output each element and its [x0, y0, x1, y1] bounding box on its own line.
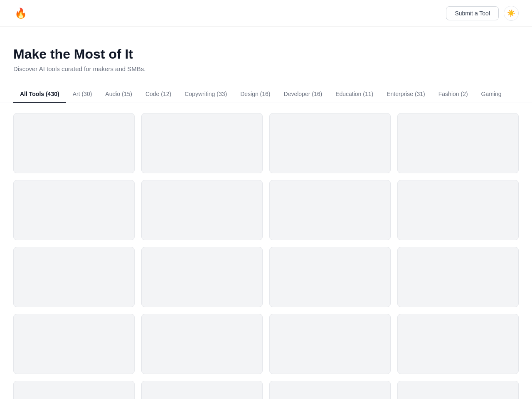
tools-grid	[0, 103, 532, 399]
tab-developer[interactable]: Developer (16)	[277, 86, 329, 103]
header: 🔥 Submit a Tool ☀️	[0, 0, 532, 27]
tool-card-skeleton[interactable]	[13, 381, 135, 399]
tool-card-skeleton[interactable]	[397, 180, 519, 240]
tab-copywriting[interactable]: Copywriting (33)	[178, 86, 234, 103]
theme-toggle-button[interactable]: ☀️	[504, 6, 519, 21]
tab-art[interactable]: Art (30)	[66, 86, 99, 103]
tool-card-skeleton[interactable]	[269, 247, 391, 307]
tool-card-skeleton[interactable]	[13, 113, 135, 173]
tool-card-skeleton[interactable]	[269, 113, 391, 173]
tool-card-skeleton[interactable]	[13, 180, 135, 240]
tool-card-skeleton[interactable]	[269, 180, 391, 240]
tool-card-skeleton[interactable]	[141, 314, 263, 374]
tab-design[interactable]: Design (16)	[234, 86, 277, 103]
tab-enterprise[interactable]: Enterprise (31)	[380, 86, 432, 103]
tool-card-skeleton[interactable]	[141, 113, 263, 173]
tab-code[interactable]: Code (12)	[139, 86, 178, 103]
logo[interactable]: 🔥	[13, 6, 28, 21]
page-title: Make the Most of It	[13, 47, 519, 62]
tab-gaming[interactable]: Gaming	[475, 86, 508, 103]
tab-audio[interactable]: Audio (15)	[99, 86, 139, 103]
tool-card-skeleton[interactable]	[13, 247, 135, 307]
tool-card-skeleton[interactable]	[397, 247, 519, 307]
tab-education[interactable]: Education (11)	[329, 86, 380, 103]
tool-card-skeleton[interactable]	[269, 314, 391, 374]
submit-tool-button[interactable]: Submit a Tool	[446, 6, 499, 20]
tool-card-skeleton[interactable]	[397, 314, 519, 374]
tool-card-skeleton[interactable]	[141, 180, 263, 240]
tool-card-skeleton[interactable]	[269, 381, 391, 399]
header-right: Submit a Tool ☀️	[446, 6, 519, 21]
tool-card-skeleton[interactable]	[397, 113, 519, 173]
tool-card-skeleton[interactable]	[397, 381, 519, 399]
tool-card-skeleton[interactable]	[13, 314, 135, 374]
logo-icon: 🔥	[15, 7, 27, 19]
hero-section: Make the Most of It Discover AI tools cu…	[0, 27, 532, 86]
page-subtitle: Discover AI tools curated for makers and…	[13, 65, 519, 72]
tab-fashion[interactable]: Fashion (2)	[432, 86, 475, 103]
category-nav: All Tools (430)Art (30)Audio (15)Code (1…	[0, 86, 532, 103]
tool-card-skeleton[interactable]	[141, 247, 263, 307]
tab-all[interactable]: All Tools (430)	[13, 86, 66, 103]
sun-icon: ☀️	[507, 9, 515, 17]
tool-card-skeleton[interactable]	[141, 381, 263, 399]
